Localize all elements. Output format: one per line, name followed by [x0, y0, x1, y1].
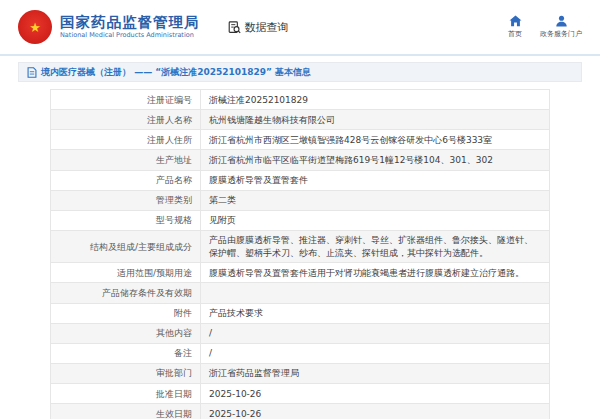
row-label: 批准日期	[51, 384, 201, 404]
table-row: 注册人名称 杭州钱塘隆越生物科技有限公司	[51, 110, 550, 130]
registration-info-table: 注册证编号 浙械注准20252101829 注册人名称 杭州钱塘隆越生物科技有限…	[50, 89, 550, 419]
row-label: 生产地址	[51, 150, 201, 170]
row-value: 产品技术要求	[201, 303, 550, 323]
nmpa-logo[interactable]: ★ 国家药品监督管理局 National Medical Products Ad…	[18, 10, 200, 44]
row-value: 浙江省杭州市临平区临平街道望梅路619号1幢12号楼104、301、302	[201, 150, 550, 170]
registration-info-table-wrap: 注册证编号 浙械注准20252101829 注册人名称 杭州钱塘隆越生物科技有限…	[50, 89, 550, 419]
row-value: 浙江省杭州市西湖区三墩镇智强路428号云创镓谷研发中心6号楼333室	[201, 130, 550, 150]
table-row: 其他内容 /	[51, 323, 550, 343]
row-label: 产品储存条件及有效期	[51, 283, 201, 303]
row-value: 浙江省药品监督管理局	[201, 363, 550, 383]
info-table-body: 注册证编号 浙械注准20252101829 注册人名称 杭州钱塘隆越生物科技有限…	[51, 90, 550, 419]
nav-data-query-label: 数据查询	[245, 20, 289, 35]
table-row: 管理类别 第二类	[51, 190, 550, 210]
row-value: 腹膜透析导管及置管套件	[201, 170, 550, 190]
table-row: 注册人住所 浙江省杭州市西湖区三墩镇智强路428号云创镓谷研发中心6号楼333室	[51, 130, 550, 150]
row-label: 生效日期	[51, 404, 201, 419]
row-value: /	[201, 323, 550, 343]
nav-home[interactable]: 首页	[508, 15, 522, 39]
table-row: 生效日期 2025-10-26	[51, 404, 550, 419]
table-row: 型号规格 见附页	[51, 210, 550, 230]
row-label: 备注	[51, 343, 201, 363]
document-icon	[27, 67, 37, 78]
home-icon	[509, 15, 522, 27]
table-row: 附件 产品技术要求	[51, 303, 550, 323]
table-row: 产品名称 腹膜透析导管及置管套件	[51, 170, 550, 190]
page-title-bar: 境内医疗器械（注册） —— “浙械注准20252101829” 基本信息	[18, 62, 582, 82]
nav-gov-portal[interactable]: 政务服务门户	[540, 15, 582, 39]
site-title: 国家药品监督管理局	[60, 14, 200, 31]
page-header: ★ 国家药品监督管理局 National Medical Products Ad…	[0, 0, 600, 56]
table-row: 结构及组成/主要组成成分 产品由腹膜透析导管、推注器、穿刺针、导丝、扩张器组件、…	[51, 230, 550, 262]
row-label: 适用范围/预期用途	[51, 263, 201, 283]
row-label: 产品名称	[51, 170, 201, 190]
row-value: 见附页	[201, 210, 550, 230]
row-label: 型号规格	[51, 210, 201, 230]
row-label: 注册人名称	[51, 110, 201, 130]
row-value: /	[201, 343, 550, 363]
row-value: 2025-10-26	[201, 384, 550, 404]
data-query-icon	[228, 21, 241, 34]
page-title: 境内医疗器械（注册） —— “浙械注准20252101829” 基本信息	[41, 66, 311, 79]
row-label: 结构及组成/主要组成成分	[51, 230, 201, 262]
table-row: 适用范围/预期用途 腹膜透析导管及置管套件适用于对肾功能衰竭患者进行腹膜透析建立…	[51, 263, 550, 283]
row-label: 注册证编号	[51, 90, 201, 110]
national-emblem-icon: ★	[18, 10, 52, 44]
table-row: 备注 /	[51, 343, 550, 363]
nav-home-label: 首页	[508, 29, 522, 39]
row-value: 杭州钱塘隆越生物科技有限公司	[201, 110, 550, 130]
row-value: 产品由腹膜透析导管、推注器、穿刺针、导丝、扩张器组件、鲁尔接头、隧道针、保护帽、…	[201, 230, 550, 262]
table-row: 批准日期 2025-10-26	[51, 384, 550, 404]
site-subtitle: National Medical Products Administration	[60, 31, 200, 39]
row-label: 注册人住所	[51, 130, 201, 150]
table-row: 审批部门 浙江省药品监督管理局	[51, 363, 550, 383]
row-value: 第二类	[201, 190, 550, 210]
row-value	[201, 283, 550, 303]
table-row: 生产地址 浙江省杭州市临平区临平街道望梅路619号1幢12号楼104、301、3…	[51, 150, 550, 170]
table-row: 注册证编号 浙械注准20252101829	[51, 90, 550, 110]
user-icon	[555, 15, 568, 27]
row-label: 管理类别	[51, 190, 201, 210]
row-label: 其他内容	[51, 323, 201, 343]
nav-data-query[interactable]: 数据查询	[228, 20, 289, 35]
row-value: 腹膜透析导管及置管套件适用于对肾功能衰竭患者进行腹膜透析建立治疗通路。	[201, 263, 550, 283]
row-label: 审批部门	[51, 363, 201, 383]
main-content: 境内医疗器械（注册） —— “浙械注准20252101829” 基本信息 注册证…	[0, 56, 600, 419]
table-row: 产品储存条件及有效期	[51, 283, 550, 303]
row-value: 浙械注准20252101829	[201, 90, 550, 110]
row-label: 附件	[51, 303, 201, 323]
row-value: 2025-10-26	[201, 404, 550, 419]
nav-gov-portal-label: 政务服务门户	[540, 29, 582, 39]
